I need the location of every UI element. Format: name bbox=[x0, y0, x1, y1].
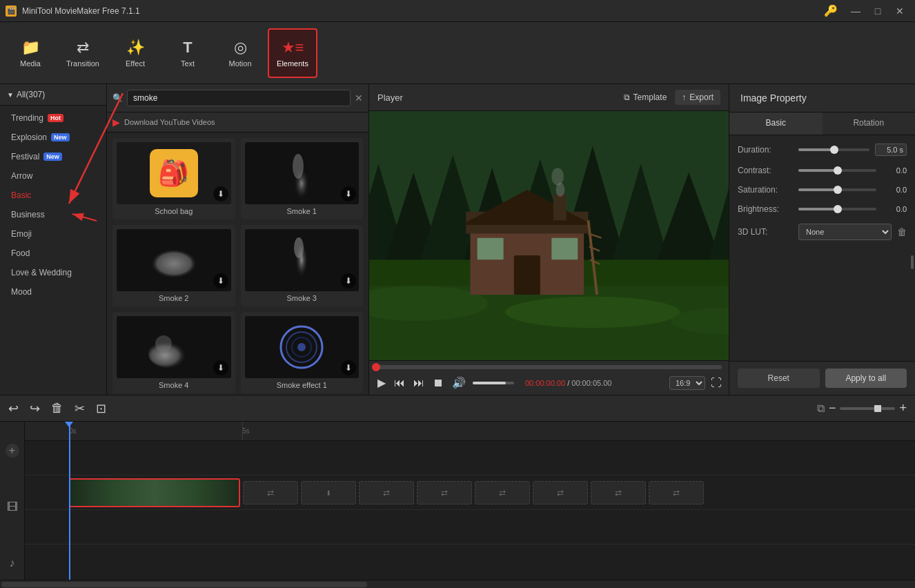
elements-grid: 🎒 ⬇ School bag ⬇ Smoke 1 bbox=[107, 133, 368, 395]
category-emoji[interactable]: Emoji bbox=[0, 224, 106, 244]
reset-button[interactable]: Reset bbox=[738, 369, 820, 388]
download-smoke-4[interactable]: ⬇ bbox=[213, 360, 228, 375]
stop-button[interactable]: ⏹ bbox=[431, 375, 445, 391]
contrast-slider[interactable] bbox=[798, 169, 876, 172]
element-smoke-effect-1[interactable]: ⬇ Smoke effect 1 bbox=[241, 312, 364, 393]
zoom-in-button[interactable]: + bbox=[899, 401, 907, 415]
volume-button[interactable]: 🔊 bbox=[451, 375, 467, 391]
search-clear-button[interactable]: ✕ bbox=[355, 92, 363, 104]
download-smoke-2[interactable]: ⬇ bbox=[213, 273, 228, 288]
duration-slider[interactable] bbox=[798, 148, 869, 151]
redo-button[interactable]: ↪ bbox=[30, 401, 40, 416]
scrollbar-thumb bbox=[1, 582, 367, 587]
category-arrow[interactable]: Arrow bbox=[0, 166, 106, 186]
timeline-toolbar: ↩ ↪ 🗑 ✂ ⊡ ⧉ − + bbox=[0, 395, 915, 422]
transition-slot-3[interactable]: ⇄ bbox=[359, 481, 414, 504]
category-basic[interactable]: Basic bbox=[0, 186, 106, 205]
transition-slot-2[interactable]: ⬇ bbox=[301, 481, 356, 504]
trending-label: Trending bbox=[11, 113, 43, 123]
download-smoke-1[interactable]: ⬇ bbox=[341, 186, 356, 202]
emoji-label: Emoji bbox=[11, 229, 32, 239]
time-current: 00:00:00.00 bbox=[525, 379, 565, 387]
element-smoke-1[interactable]: ⬇ Smoke 1 bbox=[241, 138, 364, 219]
video-clip[interactable] bbox=[69, 478, 240, 507]
zoom-out-button[interactable]: − bbox=[829, 401, 836, 415]
transition-slot-6[interactable]: ⇄ bbox=[533, 481, 588, 504]
download-smoke-3[interactable]: ⬇ bbox=[341, 273, 356, 288]
saturation-slider[interactable] bbox=[798, 188, 876, 191]
crop-button[interactable]: ⊡ bbox=[96, 401, 106, 416]
food-label: Food bbox=[11, 248, 30, 258]
category-trending[interactable]: Trending Hot bbox=[0, 108, 106, 128]
explosion-badge: New bbox=[51, 133, 70, 141]
play-button[interactable]: ▶ bbox=[376, 375, 387, 391]
tab-basic[interactable]: Basic bbox=[729, 112, 823, 135]
export-button[interactable]: ↑ Export bbox=[675, 90, 720, 105]
media-button[interactable]: 📁 Media bbox=[6, 28, 55, 78]
school-bag-thumb: 🎒 ⬇ bbox=[117, 142, 231, 204]
element-smoke-4[interactable]: ⬇ Smoke 4 bbox=[112, 312, 235, 393]
smoke-3-svg bbox=[274, 233, 329, 288]
undo-button[interactable]: ↩ bbox=[8, 401, 19, 416]
text-button[interactable]: T Text bbox=[163, 28, 213, 78]
transition-slot-4[interactable]: ⇄ bbox=[417, 481, 472, 504]
business-label: Business bbox=[11, 210, 45, 219]
progress-bar[interactable] bbox=[376, 365, 722, 369]
apply-to-all-button[interactable]: Apply to all bbox=[825, 369, 907, 388]
category-festival[interactable]: Festival New bbox=[0, 147, 106, 166]
maximize-button[interactable]: □ bbox=[868, 4, 887, 18]
delete-clip-button[interactable]: 🗑 bbox=[51, 401, 63, 415]
volume-slider[interactable] bbox=[473, 382, 514, 384]
transition-slot-5[interactable]: ⇄ bbox=[475, 481, 530, 504]
fullscreen-button[interactable]: ⛶ bbox=[711, 377, 722, 389]
saturation-row: Saturation: 0.0 bbox=[738, 185, 907, 195]
minimize-button[interactable]: — bbox=[846, 4, 865, 18]
transition-slot-7[interactable]: ⇄ bbox=[591, 481, 646, 504]
element-school-bag[interactable]: 🎒 ⬇ School bag bbox=[112, 138, 235, 219]
mood-label: Mood bbox=[11, 287, 32, 297]
elements-button[interactable]: ★≡ Elements bbox=[268, 28, 317, 78]
svg-rect-31 bbox=[553, 194, 567, 220]
brightness-slider[interactable] bbox=[798, 208, 876, 210]
category-business[interactable]: Business bbox=[0, 205, 106, 224]
smoke-effect-svg bbox=[274, 320, 329, 375]
window-controls: — □ ✕ bbox=[846, 4, 909, 18]
search-input[interactable] bbox=[127, 90, 351, 106]
timeline-scrollbar[interactable] bbox=[0, 580, 915, 588]
lut-delete-button[interactable]: 🗑 bbox=[897, 226, 907, 237]
next-frame-button[interactable]: ⏭ bbox=[412, 375, 426, 391]
category-food[interactable]: Food bbox=[0, 244, 106, 263]
download-bar[interactable]: ▶ Download YouTube Videos bbox=[107, 112, 368, 133]
playhead[interactable] bbox=[69, 422, 70, 580]
effect-button[interactable]: ✨ Effect bbox=[110, 28, 160, 78]
aspect-ratio-select[interactable]: 16:9 9:16 1:1 4:3 bbox=[669, 376, 705, 390]
tab-rotation[interactable]: Rotation bbox=[823, 112, 916, 135]
cut-button[interactable]: ✂ bbox=[75, 401, 85, 416]
category-explosion[interactable]: Explosion New bbox=[0, 128, 106, 147]
transition-icon-2: ⬇ bbox=[326, 489, 331, 497]
element-smoke-2[interactable]: ⬇ Smoke 2 bbox=[112, 225, 235, 306]
toolbar: 📁 Media ⇄ Transition ✨ Effect T Text ◎ M… bbox=[0, 22, 915, 84]
zoom-slider[interactable] bbox=[840, 407, 895, 410]
smoke-4-svg bbox=[143, 320, 205, 375]
template-button[interactable]: ⧉ Template bbox=[624, 90, 667, 105]
left-panel: ▼ All(307) Trending Hot Explosion New Fe… bbox=[0, 84, 107, 395]
download-smoke-effect-1[interactable]: ⬇ bbox=[341, 360, 356, 375]
prev-frame-button[interactable]: ⏮ bbox=[393, 375, 406, 391]
transition-slot-1[interactable]: ⇄ bbox=[243, 481, 298, 504]
add-media-track[interactable]: + bbox=[6, 444, 19, 458]
element-smoke-3[interactable]: ⬇ Smoke 3 bbox=[241, 225, 364, 306]
lut-row: 3D LUT: None Vivid Cool Warm B&W 🗑 bbox=[738, 224, 907, 240]
smoke-effect-1-thumb: ⬇ bbox=[245, 316, 360, 378]
lut-select[interactable]: None Vivid Cool Warm B&W bbox=[798, 224, 892, 240]
download-school-bag[interactable]: ⬇ bbox=[213, 186, 228, 202]
close-button[interactable]: ✕ bbox=[890, 4, 909, 18]
category-header[interactable]: ▼ All(307) bbox=[0, 84, 106, 106]
scroll-indicator bbox=[911, 255, 914, 269]
volume-fill bbox=[473, 382, 506, 384]
category-mood[interactable]: Mood bbox=[0, 282, 106, 302]
category-love[interactable]: Love & Wedding bbox=[0, 263, 106, 282]
transition-slot-8[interactable]: ⇄ bbox=[649, 481, 704, 504]
motion-button[interactable]: ◎ Motion bbox=[215, 28, 265, 78]
transition-button[interactable]: ⇄ Transition bbox=[58, 28, 108, 78]
